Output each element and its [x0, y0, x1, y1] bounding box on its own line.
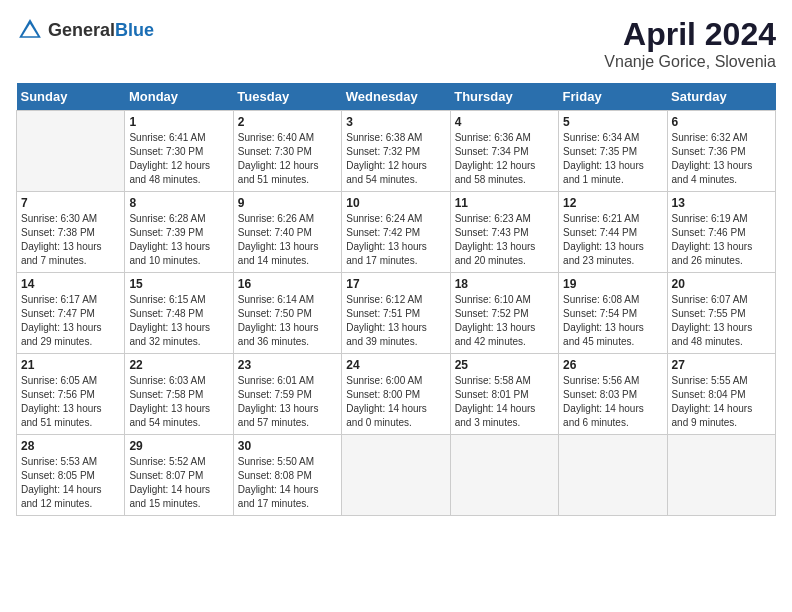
calendar-day-cell: 25Sunrise: 5:58 AMSunset: 8:01 PMDayligh…: [450, 354, 558, 435]
day-info: Sunrise: 6:24 AMSunset: 7:42 PMDaylight:…: [346, 212, 445, 268]
calendar-day-cell: 26Sunrise: 5:56 AMSunset: 8:03 PMDayligh…: [559, 354, 667, 435]
day-info: Sunrise: 6:07 AMSunset: 7:55 PMDaylight:…: [672, 293, 771, 349]
calendar-day-cell: 24Sunrise: 6:00 AMSunset: 8:00 PMDayligh…: [342, 354, 450, 435]
calendar-day-cell: [667, 435, 775, 516]
day-info: Sunrise: 6:23 AMSunset: 7:43 PMDaylight:…: [455, 212, 554, 268]
calendar-day-cell: 17Sunrise: 6:12 AMSunset: 7:51 PMDayligh…: [342, 273, 450, 354]
day-info: Sunrise: 6:28 AMSunset: 7:39 PMDaylight:…: [129, 212, 228, 268]
day-info: Sunrise: 5:56 AMSunset: 8:03 PMDaylight:…: [563, 374, 662, 430]
day-of-week-header: Saturday: [667, 83, 775, 111]
calendar-day-cell: 7Sunrise: 6:30 AMSunset: 7:38 PMDaylight…: [17, 192, 125, 273]
day-info: Sunrise: 5:50 AMSunset: 8:08 PMDaylight:…: [238, 455, 337, 511]
title-block: April 2024 Vnanje Gorice, Slovenia: [604, 16, 776, 71]
day-info: Sunrise: 6:12 AMSunset: 7:51 PMDaylight:…: [346, 293, 445, 349]
calendar-day-cell: 6Sunrise: 6:32 AMSunset: 7:36 PMDaylight…: [667, 111, 775, 192]
calendar-table: SundayMondayTuesdayWednesdayThursdayFrid…: [16, 83, 776, 516]
calendar-day-cell: 2Sunrise: 6:40 AMSunset: 7:30 PMDaylight…: [233, 111, 341, 192]
calendar-day-cell: 18Sunrise: 6:10 AMSunset: 7:52 PMDayligh…: [450, 273, 558, 354]
day-info: Sunrise: 6:15 AMSunset: 7:48 PMDaylight:…: [129, 293, 228, 349]
calendar-day-cell: 5Sunrise: 6:34 AMSunset: 7:35 PMDaylight…: [559, 111, 667, 192]
day-info: Sunrise: 6:10 AMSunset: 7:52 PMDaylight:…: [455, 293, 554, 349]
day-number: 19: [563, 277, 662, 291]
day-number: 28: [21, 439, 120, 453]
day-number: 18: [455, 277, 554, 291]
day-number: 1: [129, 115, 228, 129]
day-info: Sunrise: 6:00 AMSunset: 8:00 PMDaylight:…: [346, 374, 445, 430]
day-number: 24: [346, 358, 445, 372]
day-number: 4: [455, 115, 554, 129]
day-number: 3: [346, 115, 445, 129]
day-number: 26: [563, 358, 662, 372]
day-info: Sunrise: 6:21 AMSunset: 7:44 PMDaylight:…: [563, 212, 662, 268]
day-info: Sunrise: 6:41 AMSunset: 7:30 PMDaylight:…: [129, 131, 228, 187]
header-row: SundayMondayTuesdayWednesdayThursdayFrid…: [17, 83, 776, 111]
day-number: 6: [672, 115, 771, 129]
location-title: Vnanje Gorice, Slovenia: [604, 53, 776, 71]
calendar-day-cell: 30Sunrise: 5:50 AMSunset: 8:08 PMDayligh…: [233, 435, 341, 516]
day-number: 29: [129, 439, 228, 453]
logo-blue-text: Blue: [115, 20, 154, 40]
day-number: 21: [21, 358, 120, 372]
day-number: 8: [129, 196, 228, 210]
calendar-day-cell: [342, 435, 450, 516]
calendar-day-cell: 28Sunrise: 5:53 AMSunset: 8:05 PMDayligh…: [17, 435, 125, 516]
calendar-day-cell: 21Sunrise: 6:05 AMSunset: 7:56 PMDayligh…: [17, 354, 125, 435]
logo-icon: [16, 16, 44, 44]
day-number: 22: [129, 358, 228, 372]
day-info: Sunrise: 6:19 AMSunset: 7:46 PMDaylight:…: [672, 212, 771, 268]
day-of-week-header: Sunday: [17, 83, 125, 111]
day-info: Sunrise: 6:03 AMSunset: 7:58 PMDaylight:…: [129, 374, 228, 430]
calendar-day-cell: 11Sunrise: 6:23 AMSunset: 7:43 PMDayligh…: [450, 192, 558, 273]
calendar-day-cell: 15Sunrise: 6:15 AMSunset: 7:48 PMDayligh…: [125, 273, 233, 354]
day-info: Sunrise: 6:17 AMSunset: 7:47 PMDaylight:…: [21, 293, 120, 349]
page-header: GeneralBlue April 2024 Vnanje Gorice, Sl…: [16, 16, 776, 71]
day-number: 2: [238, 115, 337, 129]
calendar-day-cell: 23Sunrise: 6:01 AMSunset: 7:59 PMDayligh…: [233, 354, 341, 435]
calendar-day-cell: 22Sunrise: 6:03 AMSunset: 7:58 PMDayligh…: [125, 354, 233, 435]
calendar-day-cell: [559, 435, 667, 516]
day-of-week-header: Thursday: [450, 83, 558, 111]
day-info: Sunrise: 6:32 AMSunset: 7:36 PMDaylight:…: [672, 131, 771, 187]
day-info: Sunrise: 6:05 AMSunset: 7:56 PMDaylight:…: [21, 374, 120, 430]
calendar-week-row: 21Sunrise: 6:05 AMSunset: 7:56 PMDayligh…: [17, 354, 776, 435]
calendar-week-row: 1Sunrise: 6:41 AMSunset: 7:30 PMDaylight…: [17, 111, 776, 192]
day-number: 5: [563, 115, 662, 129]
day-info: Sunrise: 6:14 AMSunset: 7:50 PMDaylight:…: [238, 293, 337, 349]
day-number: 16: [238, 277, 337, 291]
day-of-week-header: Wednesday: [342, 83, 450, 111]
day-number: 12: [563, 196, 662, 210]
calendar-day-cell: 20Sunrise: 6:07 AMSunset: 7:55 PMDayligh…: [667, 273, 775, 354]
logo-general-text: General: [48, 20, 115, 40]
day-info: Sunrise: 6:30 AMSunset: 7:38 PMDaylight:…: [21, 212, 120, 268]
calendar-day-cell: [450, 435, 558, 516]
calendar-day-cell: 4Sunrise: 6:36 AMSunset: 7:34 PMDaylight…: [450, 111, 558, 192]
calendar-day-cell: 29Sunrise: 5:52 AMSunset: 8:07 PMDayligh…: [125, 435, 233, 516]
day-number: 20: [672, 277, 771, 291]
calendar-week-row: 14Sunrise: 6:17 AMSunset: 7:47 PMDayligh…: [17, 273, 776, 354]
calendar-day-cell: 9Sunrise: 6:26 AMSunset: 7:40 PMDaylight…: [233, 192, 341, 273]
day-of-week-header: Monday: [125, 83, 233, 111]
calendar-week-row: 28Sunrise: 5:53 AMSunset: 8:05 PMDayligh…: [17, 435, 776, 516]
calendar-day-cell: 27Sunrise: 5:55 AMSunset: 8:04 PMDayligh…: [667, 354, 775, 435]
calendar-day-cell: [17, 111, 125, 192]
day-number: 15: [129, 277, 228, 291]
calendar-day-cell: 19Sunrise: 6:08 AMSunset: 7:54 PMDayligh…: [559, 273, 667, 354]
calendar-day-cell: 13Sunrise: 6:19 AMSunset: 7:46 PMDayligh…: [667, 192, 775, 273]
calendar-day-cell: 8Sunrise: 6:28 AMSunset: 7:39 PMDaylight…: [125, 192, 233, 273]
day-info: Sunrise: 5:58 AMSunset: 8:01 PMDaylight:…: [455, 374, 554, 430]
day-number: 17: [346, 277, 445, 291]
day-number: 30: [238, 439, 337, 453]
calendar-week-row: 7Sunrise: 6:30 AMSunset: 7:38 PMDaylight…: [17, 192, 776, 273]
day-info: Sunrise: 5:52 AMSunset: 8:07 PMDaylight:…: [129, 455, 228, 511]
calendar-day-cell: 12Sunrise: 6:21 AMSunset: 7:44 PMDayligh…: [559, 192, 667, 273]
calendar-day-cell: 1Sunrise: 6:41 AMSunset: 7:30 PMDaylight…: [125, 111, 233, 192]
day-info: Sunrise: 6:01 AMSunset: 7:59 PMDaylight:…: [238, 374, 337, 430]
calendar-day-cell: 3Sunrise: 6:38 AMSunset: 7:32 PMDaylight…: [342, 111, 450, 192]
month-title: April 2024: [604, 16, 776, 53]
calendar-day-cell: 14Sunrise: 6:17 AMSunset: 7:47 PMDayligh…: [17, 273, 125, 354]
day-number: 10: [346, 196, 445, 210]
day-number: 23: [238, 358, 337, 372]
day-info: Sunrise: 5:55 AMSunset: 8:04 PMDaylight:…: [672, 374, 771, 430]
day-number: 11: [455, 196, 554, 210]
calendar-day-cell: 10Sunrise: 6:24 AMSunset: 7:42 PMDayligh…: [342, 192, 450, 273]
